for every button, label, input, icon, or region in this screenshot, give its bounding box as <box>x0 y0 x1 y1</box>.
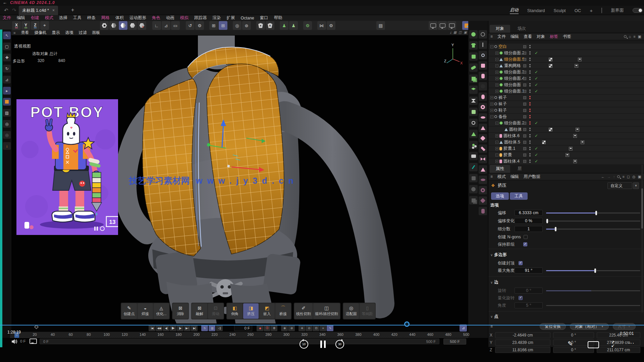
model-tool-创建点[interactable]: ✎创建点 <box>121 303 137 319</box>
expand-toggle[interactable]: − <box>490 115 493 118</box>
om-menu-icons[interactable]: ⌂ ≡ ▣ <box>624 35 641 39</box>
enabled-check-icon[interactable]: ✓ <box>535 146 538 151</box>
menu-文件[interactable]: 文件 <box>3 15 11 21</box>
cube-primitive[interactable] <box>479 61 487 70</box>
menu-体积[interactable]: 体积 <box>115 15 124 21</box>
axis-workplane[interactable]: ⊿ <box>162 21 170 30</box>
tube-primitive[interactable] <box>479 103 487 111</box>
create-caps-checkbox[interactable] <box>519 261 523 265</box>
uv-tag-icon[interactable] <box>542 140 546 144</box>
metaball[interactable] <box>469 141 478 149</box>
om-menu-查看[interactable]: 查看 <box>524 34 532 40</box>
expand-toggle[interactable]: + <box>495 160 498 163</box>
viewport-layout-2[interactable] <box>438 21 447 30</box>
pause-button[interactable] <box>320 341 327 348</box>
tree-row-胶囊[interactable]: −胶囊✓ <box>488 152 644 158</box>
tool-settings[interactable]: ⚙ <box>327 21 335 30</box>
cloth[interactable] <box>469 41 478 50</box>
uv-tag-icon[interactable] <box>549 64 552 68</box>
bowtie-primitive[interactable] <box>479 155 487 163</box>
character-tool-2[interactable]: ♟ <box>289 21 298 30</box>
visibility-dots[interactable] <box>529 109 531 112</box>
model-tool-焊接[interactable]: ◒焊接 <box>138 303 153 319</box>
model-tool-适配圆[interactable]: ◎适配圆 <box>343 303 359 319</box>
polygons-mode[interactable] <box>119 21 127 30</box>
viewport-layout-1[interactable] <box>429 21 437 30</box>
ngons-checkbox[interactable] <box>524 235 528 239</box>
goto-end[interactable]: ▶| <box>191 325 198 331</box>
model-tool-倒角[interactable]: ◧倒角 <box>227 303 243 319</box>
viewport-menu-burger-icon[interactable]: ≡ <box>13 31 15 35</box>
record-params[interactable]: ≡ <box>320 325 326 331</box>
attr-search-icon[interactable] <box>617 175 620 178</box>
workspace-tab-新界面[interactable]: 新界面 <box>611 7 624 13</box>
om-menu-对象[interactable]: 对象 <box>537 34 545 40</box>
render-view[interactable]: ◎ <box>233 21 241 30</box>
visibility-dots[interactable] <box>529 102 531 106</box>
volume-builder[interactable] <box>469 85 478 94</box>
menu-样条[interactable]: 样条 <box>87 15 96 21</box>
null-object[interactable] <box>479 51 487 59</box>
extra-5[interactable] <box>479 186 487 194</box>
visibility-dots[interactable] <box>529 64 531 67</box>
model-tool-线性切割[interactable]: ✐线性切割 <box>294 303 313 319</box>
workspace-tab-Standard[interactable]: Standard <box>527 8 545 13</box>
tree-row-细分曲面.5[interactable]: −细分曲面.5 <box>488 56 644 63</box>
menu-角色[interactable]: 角色 <box>152 15 160 21</box>
pen[interactable] <box>469 163 478 171</box>
tree-row-空白[interactable]: −空白 <box>488 44 644 50</box>
menu-Octane[interactable]: Octane <box>241 16 254 20</box>
layer-chip[interactable] <box>523 154 526 157</box>
enabled-check-icon[interactable]: ✓ <box>535 70 538 74</box>
frame-range-track[interactable]: 0 F500 F <box>40 339 439 344</box>
z-position-field[interactable]: 11.8166 cm <box>495 347 550 353</box>
offset-field[interactable]: 6.3333 cm <box>515 210 543 216</box>
menu-网格[interactable]: 网格 <box>101 15 110 21</box>
menu-动画[interactable]: 动画 <box>166 15 174 21</box>
visibility-dots[interactable] <box>529 160 531 163</box>
enabled-check-icon[interactable]: ✓ <box>535 159 538 164</box>
curve-editor-button[interactable]: ⊿ <box>460 324 467 331</box>
model-tool-融解[interactable]: ⊠融解 <box>192 303 207 319</box>
search-icon[interactable] <box>624 35 627 38</box>
simulation-settings[interactable]: ⚙ <box>303 21 312 30</box>
enabled-check-icon[interactable]: ✓ <box>535 153 538 157</box>
model-tool-优化...[interactable]: ◬优化... <box>154 303 169 319</box>
network[interactable] <box>469 119 478 127</box>
lock-z[interactable]: Z <box>31 21 40 30</box>
om-burger-icon[interactable]: ≡ <box>490 34 493 39</box>
enabled-check-icon[interactable]: ✓ <box>535 82 538 87</box>
expand-toggle[interactable]: − <box>495 64 498 67</box>
goto-start[interactable]: |◀ <box>149 325 155 331</box>
model-tool-嵌入[interactable]: ◩嵌入 <box>259 303 275 319</box>
tree-row-细分曲面.3[interactable]: +细分曲面.3✓ <box>488 69 644 75</box>
om-menu-文件[interactable]: 文件 <box>497 34 506 40</box>
snap-drop[interactable]: ↓ <box>3 142 11 150</box>
prev-frame[interactable]: ◀| <box>163 325 169 331</box>
tree-row-细分曲面.2[interactable]: −细分曲面.2✓ <box>488 120 644 126</box>
menu-跟踪器[interactable]: 跟踪器 <box>194 15 207 21</box>
layer-chip[interactable] <box>523 64 526 67</box>
workspace-tab-OC[interactable]: OC <box>575 8 581 13</box>
record-pos-track[interactable]: ✛ <box>299 325 305 331</box>
visibility-dots[interactable] <box>529 140 531 144</box>
expand-toggle[interactable]: + <box>490 109 493 112</box>
menu-选择[interactable]: 选择 <box>59 15 67 21</box>
z-size-field[interactable]: 211.0177 cm <box>597 347 640 353</box>
back-arrow-icon[interactable]: ← <box>3 0 7 5</box>
record-rotation[interactable]: ⊙ <box>306 325 312 331</box>
layer-chip[interactable] <box>523 45 526 48</box>
tree-row-细分曲面.1[interactable]: +细分曲面.1✓ <box>488 88 644 95</box>
viewport-layout-3[interactable] <box>447 21 456 30</box>
flag-tag-icon[interactable] <box>566 153 569 157</box>
flag-tag-icon[interactable] <box>576 128 579 131</box>
layer-chip[interactable] <box>523 52 526 55</box>
attr-panel-icon[interactable]: ▣ <box>638 175 641 179</box>
vp-menu-查看[interactable]: 查看 <box>21 30 29 36</box>
expand-toggle[interactable]: − <box>495 58 498 61</box>
attr-tab-属性[interactable]: 属性 <box>490 165 510 173</box>
workspace-tab-启动[interactable]: 启动 <box>510 7 519 14</box>
platonic-primitive[interactable] <box>479 134 487 142</box>
extra-7[interactable] <box>479 207 487 215</box>
om-tab-场次[interactable]: 场次 <box>512 25 532 33</box>
